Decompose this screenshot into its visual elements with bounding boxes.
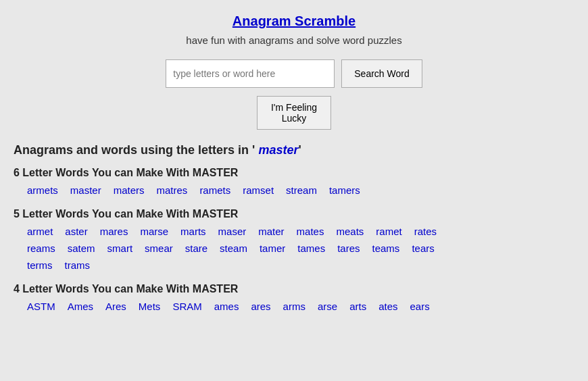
word-link[interactable]: arse — [318, 301, 337, 312]
word-link[interactable]: smart — [107, 243, 133, 254]
section-title-2: 4 Letter Words You can Make With MASTER — [14, 283, 574, 295]
word-link[interactable]: arms — [283, 301, 305, 312]
word-row-2-0: ASTMAmesAresMetsSRAMamesaresarmsarsearts… — [27, 301, 574, 313]
word-link[interactable]: tares — [337, 243, 360, 254]
section-title-0: 6 Letter Words You can Make With MASTER — [14, 167, 574, 179]
word-link[interactable]: maters — [114, 184, 145, 196]
word-list-1: armetastermaresmarsemartsmasermatermates… — [27, 226, 574, 274]
word-row-1-1: reamssatemsmartsmearstaresteamtamertames… — [27, 243, 574, 255]
word-link[interactable]: SRAM — [172, 301, 201, 312]
search-area: Search Word — [14, 59, 574, 88]
word-link[interactable]: mater — [258, 226, 284, 237]
word-link[interactable]: stream — [286, 184, 317, 196]
word-link[interactable]: ramet — [376, 226, 401, 237]
word-link[interactable]: trams — [65, 259, 91, 271]
word-link[interactable]: master — [70, 184, 101, 196]
word-link[interactable]: tears — [412, 243, 434, 254]
word-list-2: ASTMAmesAresMetsSRAMamesaresarmsarsearts… — [27, 301, 574, 315]
word-link[interactable]: ames — [214, 301, 239, 312]
word-link[interactable]: marts — [180, 226, 206, 237]
word-link[interactable]: matres — [157, 184, 188, 196]
word-link[interactable]: marse — [140, 226, 168, 237]
word-link[interactable]: satem — [68, 243, 95, 254]
search-input[interactable] — [166, 59, 335, 88]
word-link[interactable]: mares — [100, 226, 128, 237]
word-link[interactable]: aster — [65, 226, 87, 237]
anagram-prefix: Anagrams and words using the letters in … — [14, 143, 255, 157]
word-link[interactable]: maser — [218, 226, 247, 237]
search-button[interactable]: Search Word — [341, 59, 422, 88]
subtitle: have fun with anagrams and solve word pu… — [14, 34, 574, 46]
word-link[interactable]: Mets — [139, 301, 161, 312]
word-link[interactable]: rates — [414, 226, 437, 237]
word-link[interactable]: ramets — [199, 184, 230, 196]
word-link[interactable]: Ames — [68, 301, 93, 312]
word-link[interactable]: steam — [220, 243, 247, 254]
anagram-suffix: ' — [298, 143, 301, 157]
word-link[interactable]: teams — [372, 243, 400, 254]
site-title-link[interactable]: Anagram Scramble — [232, 14, 356, 28]
word-link[interactable]: arts — [349, 301, 366, 312]
word-link[interactable]: armet — [27, 226, 53, 237]
word-link[interactable]: stare — [185, 243, 207, 254]
word-link[interactable]: tamers — [329, 184, 360, 196]
word-link[interactable]: smear — [145, 243, 173, 254]
section-title-1: 5 Letter Words You can Make With MASTER — [14, 208, 574, 220]
word-link[interactable]: armets — [27, 184, 58, 196]
word-link[interactable]: ares — [251, 301, 270, 312]
word-link[interactable]: meats — [336, 226, 364, 237]
page-title: Anagram Scramble — [14, 14, 574, 29]
word-link[interactable]: reams — [27, 243, 55, 254]
word-link[interactable]: ASTM — [27, 301, 55, 312]
word-link[interactable]: ears — [410, 301, 430, 312]
word-link[interactable]: ramset — [243, 184, 274, 196]
anagram-heading: Anagrams and words using the letters in … — [14, 143, 574, 157]
word-link[interactable]: terms — [27, 259, 53, 271]
word-link[interactable]: ates — [378, 301, 397, 312]
word-link[interactable]: Ares — [105, 301, 126, 312]
word-link[interactable]: tamer — [260, 243, 285, 254]
word-list-0: armetsmastermatersmatresrametsramsetstre… — [27, 184, 574, 199]
word-link[interactable]: mates — [297, 226, 324, 237]
word-row-0-0: armetsmastermatersmatresrametsramsetstre… — [27, 184, 574, 197]
word-row-1-0: armetastermaresmarsemartsmasermatermates… — [27, 226, 574, 238]
lucky-button[interactable]: I'm FeelingLucky — [257, 96, 331, 130]
word-row-1-2: termstrams — [27, 259, 574, 272]
search-word-link[interactable]: master — [258, 143, 298, 157]
word-link[interactable]: tames — [297, 243, 325, 254]
